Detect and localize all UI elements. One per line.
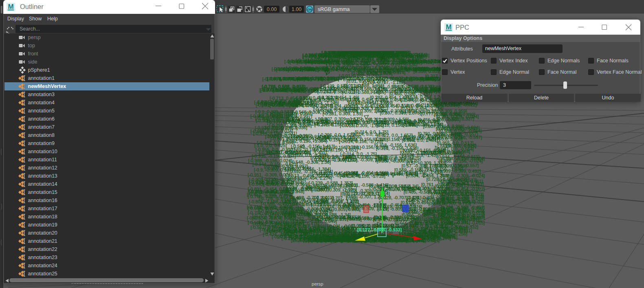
- svg-text:[0.57, -0.309, 1.333]: [0.57, -0.309, 1.333]: [402, 163, 442, 168]
- svg-text:[0.599, 0.0, 1.401]: [0.599, 0.0, 1.401]: [402, 138, 438, 143]
- svg-text:[0.014, 0.0, 1.75]: [0.014, 0.0, 1.75]: [355, 130, 389, 134]
- svg-text:[-0.9, -0.309, 0.537]: [-0.9, -0.309, 0.537]: [254, 167, 293, 172]
- svg-text:[0.951, 0.309, -0.024]: [0.951, 0.309, -0.024]: [436, 114, 479, 119]
- svg-text:[0.988, -0.156, -0.024]: [0.988, -0.156, -0.024]: [441, 156, 485, 161]
- svg-text:[-0.339, -0.809, 0.841]: [-0.339, -0.809, 0.841]: [290, 207, 334, 211]
- svg-text:[0.988, 0.156, -0.024]: [0.988, 0.156, -0.024]: [437, 125, 480, 130]
- svg-text:ON: ON: [307, 8, 312, 11]
- svg-text:sRGB gamma: sRGB gamma: [318, 7, 350, 12]
- svg-text:[0.127, -0.988, -0.933]: [0.127, -0.988, -0.933]: [357, 227, 402, 232]
- svg-text:[-0.801, 0.0, 1.049]: [-0.801, 0.0, 1.049]: [265, 134, 303, 139]
- svg-text:0.00: 0.00: [267, 7, 277, 12]
- svg-text:[0.891, 0.454, -0.022]: [0.891, 0.454, -0.022]: [434, 102, 477, 107]
- svg-text:[-0.262, -0.891, 0.649]: [-0.262, -0.891, 0.649]: [290, 216, 334, 221]
- svg-text:[-0.281, -0.309, 1.59]: [-0.281, -0.309, 1.59]: [310, 155, 352, 160]
- svg-text:[-0.407, -0.707, 1.011]: [-0.407, -0.707, 1.011]: [290, 195, 333, 200]
- svg-text:[-0.648, -0.588, 0.848]: [-0.648, -0.588, 0.848]: [260, 189, 304, 194]
- svg-text:[-0.239, -0.588, 1.353]: [-0.239, -0.588, 1.353]: [309, 180, 353, 185]
- svg-text:[-0.569, -0.156, 1.413]: [-0.569, -0.156, 1.413]: [291, 144, 335, 149]
- svg-text:1.00: 1.00: [292, 7, 301, 12]
- svg-text:[1.0, 0.0, -0.025]: [1.0, 0.0, -0.025]: [444, 143, 476, 148]
